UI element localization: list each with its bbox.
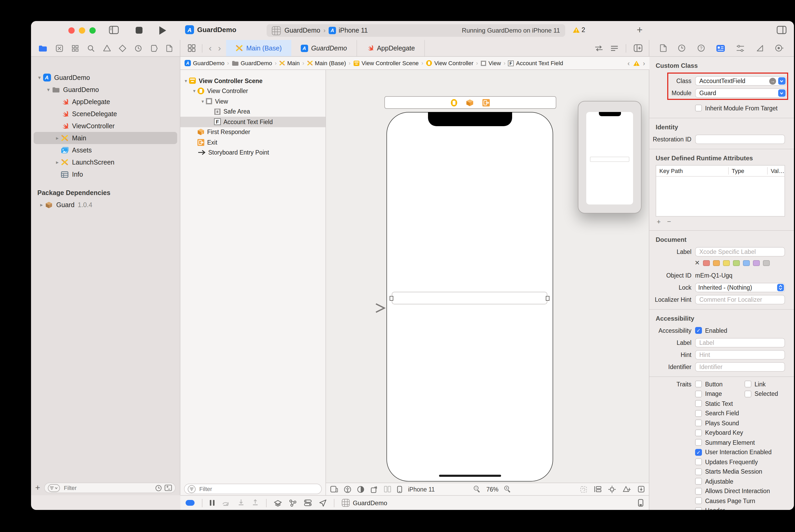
navigator-row-viewcontroller[interactable]: ViewController: [31, 120, 180, 132]
project-navigator-icon[interactable]: [38, 44, 47, 52]
lock-stepper-button[interactable]: [777, 284, 784, 291]
appearance-toggle-icon[interactable]: [357, 486, 364, 493]
localizer-hint-field[interactable]: [695, 294, 785, 304]
report-navigator-icon[interactable]: [166, 44, 172, 52]
breakpoints-toggle[interactable]: [186, 500, 194, 506]
view-controller-oval-icon[interactable]: [451, 99, 457, 107]
column-key-path[interactable]: Key Path: [656, 168, 728, 174]
symbol-navigator-icon[interactable]: [72, 44, 79, 52]
help-inspector-icon[interactable]: ?: [697, 44, 705, 52]
run-button[interactable]: [159, 26, 166, 35]
breadcrumb-scene[interactable]: View Controller Scene: [353, 60, 418, 66]
restoration-id-field[interactable]: [695, 134, 785, 144]
debug-navigator-icon[interactable]: [135, 44, 142, 52]
toggle-navigator-icon[interactable]: [109, 26, 119, 34]
breadcrumb-group[interactable]: GuardDemo: [232, 60, 272, 66]
trait-selected[interactable]: Selected: [744, 390, 794, 397]
file-inspector-icon[interactable]: [660, 44, 667, 52]
trait-keyboard-key[interactable]: Keyboard Key: [695, 429, 794, 436]
acc-hint-field[interactable]: [695, 350, 785, 359]
attributes-inspector-icon[interactable]: [736, 44, 745, 52]
warning-badge[interactable]: 2: [573, 26, 585, 34]
orientation-button-icon[interactable]: [370, 486, 378, 493]
recent-files-icon[interactable]: [155, 484, 162, 491]
trait-image[interactable]: Image: [695, 390, 744, 397]
remove-attribute-button[interactable]: −: [667, 217, 671, 226]
go-back-button[interactable]: ‹: [209, 44, 212, 53]
localizer-hint-input[interactable]: [698, 296, 782, 303]
minimize-window-button[interactable]: [79, 27, 85, 34]
swatch-orange[interactable]: [713, 260, 720, 266]
trait-link[interactable]: Link: [744, 381, 794, 387]
connections-inspector-icon[interactable]: [775, 44, 783, 52]
update-frames-icon[interactable]: [580, 486, 587, 493]
outline-row-view[interactable]: ▾ View: [181, 96, 325, 107]
class-dropdown-button[interactable]: [778, 77, 785, 84]
next-issue-button[interactable]: ›: [643, 59, 645, 67]
swatch-purple[interactable]: [753, 260, 760, 266]
align-button-icon[interactable]: [608, 486, 616, 493]
clear-color-button[interactable]: ✕: [695, 259, 700, 267]
disclosure-icon[interactable]: ▾: [200, 99, 206, 104]
view-controller-device-frame[interactable]: [386, 112, 553, 481]
step-over-icon[interactable]: [222, 500, 230, 506]
outline-filter-input[interactable]: [198, 485, 318, 493]
storyboard-canvas[interactable]: [326, 70, 649, 482]
tab-overview-icon[interactable]: [188, 44, 195, 52]
pause-execution-button[interactable]: [210, 500, 214, 506]
add-file-button[interactable]: +: [35, 483, 40, 493]
breadcrumb-view-controller[interactable]: View Controller: [426, 60, 473, 66]
module-input[interactable]: [698, 89, 783, 96]
add-constraints-icon[interactable]: [623, 486, 631, 493]
restoration-id-input[interactable]: [698, 135, 782, 143]
close-window-button[interactable]: [68, 27, 75, 34]
swatch-green[interactable]: [733, 260, 740, 266]
outline-row-view-controller[interactable]: ▾ View Controller: [181, 86, 325, 96]
scheme-name[interactable]: GuardDemo: [284, 27, 320, 34]
swatch-yellow[interactable]: [723, 260, 730, 266]
trait-search-field[interactable]: Search Field: [695, 410, 794, 417]
outline-row-entry-point[interactable]: Storyboard Entry Point: [181, 148, 325, 158]
outline-row-account-text-field[interactable]: F Account Text Field: [181, 117, 325, 127]
adjust-editor-icon[interactable]: [610, 45, 618, 51]
jump-to-class-button[interactable]: →: [769, 78, 776, 84]
add-tab-button[interactable]: +: [637, 24, 643, 36]
swatch-red[interactable]: [703, 260, 710, 266]
lock-popup[interactable]: Inherited - (Nothing): [695, 283, 785, 292]
view-hierarchy-debugger-icon[interactable]: [274, 499, 282, 507]
disclosure-icon[interactable]: ▾: [183, 78, 189, 83]
outline-row-first-responder[interactable]: 1 First Responder: [181, 127, 325, 137]
code-review-icon[interactable]: [595, 45, 603, 51]
accessibility-enabled-checkbox[interactable]: ✓: [695, 327, 702, 334]
acc-label-input[interactable]: [698, 339, 782, 346]
inherit-module-checkbox[interactable]: [695, 104, 702, 111]
swatch-blue[interactable]: [743, 260, 750, 266]
resize-handle-right[interactable]: [546, 296, 549, 301]
step-out-icon[interactable]: [252, 499, 259, 506]
step-into-icon[interactable]: [238, 499, 245, 506]
disclosure-icon[interactable]: ▾: [45, 87, 52, 93]
navigator-row-group[interactable]: ▾ GuardDemo: [31, 83, 180, 96]
navigator-filter-field[interactable]: [44, 482, 176, 493]
storyboard-entry-arrow[interactable]: [343, 303, 385, 313]
acc-identifier-field[interactable]: [695, 362, 785, 372]
acc-identifier-input[interactable]: [698, 363, 782, 370]
stop-button[interactable]: [136, 27, 143, 34]
zoom-in-button[interactable]: +: [504, 486, 511, 493]
acc-hint-input[interactable]: [698, 351, 782, 358]
device-icon[interactable]: [397, 486, 402, 493]
breadcrumb-account-text-field[interactable]: FAccount Text Field: [508, 60, 563, 66]
trait-button[interactable]: Button: [695, 381, 744, 387]
navigator-row-appdelegate[interactable]: AppDelegate: [31, 96, 180, 108]
zoom-window-button[interactable]: [89, 27, 96, 34]
running-process[interactable]: GuardDemo: [342, 499, 387, 507]
split-preview-icon[interactable]: [384, 486, 391, 493]
swatch-gray[interactable]: [763, 260, 770, 266]
outline-filter-field[interactable]: [184, 483, 322, 494]
trait-allows-direct-interaction[interactable]: Allows Direct Interaction: [695, 488, 794, 494]
outline-row-exit[interactable]: Exit: [181, 137, 325, 148]
issue-navigator-icon[interactable]: [103, 45, 111, 52]
column-type[interactable]: Type: [728, 167, 767, 174]
navigator-row-info[interactable]: Info: [31, 168, 180, 180]
outline-row-safe-area[interactable]: Safe Area: [181, 107, 325, 117]
